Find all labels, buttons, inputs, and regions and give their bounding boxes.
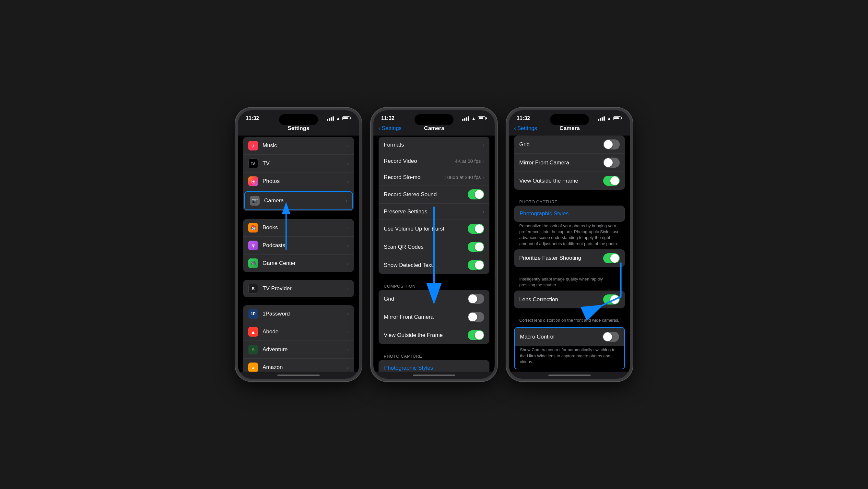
dynamic-island-1 [279,114,318,125]
prioritize-toggle[interactable] [603,253,620,263]
wifi-icon-3: ▲ [607,116,611,121]
photo-styles-label: Photographic Styles [384,365,433,371]
photos-icon: ⊞ [248,176,258,186]
photos-label: Photos [262,178,347,184]
battery-icon-3 [613,116,622,120]
list-item-books[interactable]: 📚 Books › [243,219,354,237]
settings-scroll-2[interactable]: Formats › Record Video 4K at 60 fps › Re… [373,135,495,372]
list-item-show-text[interactable]: Show Detected Text [379,256,489,274]
record-stereo-toggle[interactable] [468,189,484,200]
phones-container: 11:32 ▲ Settings [6,108,862,381]
list-item-music[interactable]: ♪ Music › [243,137,354,155]
tvprovider-label: TV Provider [262,285,347,292]
gamecenter-icon: 🎮 [248,258,258,268]
tv-icon: tv [248,159,258,168]
view-outside-toggle[interactable] [468,330,484,340]
scan-qr-toggle[interactable] [468,242,484,252]
photo-styles-desc-3: Personalize the look of your photos by b… [509,222,630,249]
list-item-camera[interactable]: 📷 Camera › [244,191,353,210]
abode-label: Abode [262,329,347,335]
dynamic-island-2 [414,114,454,125]
list-item-1password[interactable]: 1P 1Password › [243,305,354,323]
chevron-icon: › [347,225,349,230]
amazon-label: Amazon [262,364,347,371]
books-label: Books [262,224,347,231]
back-button-3[interactable]: ‹ Settings [514,125,537,132]
prioritize-group: Prioritize Faster Shooting [514,249,625,267]
list-item-photos[interactable]: ⊞ Photos › [243,173,354,190]
list-item-amazon[interactable]: a Amazon › [243,359,354,372]
scan-qr-label: Scan QR Codes [384,244,468,250]
volume-burst-toggle[interactable] [468,224,484,234]
list-item-record-stereo[interactable]: Record Stereo Sound [379,185,489,204]
record-slomo-value: 1080p at 240 fps [445,175,481,180]
photo-styles-item[interactable]: Photographic Styles [379,360,489,372]
about-link[interactable]: About Camera & Privacy... [509,371,630,372]
list-item-preserve[interactable]: Preserve Settings › [379,204,489,220]
list-item-view-outside[interactable]: View Outside the Frame [379,326,489,344]
signal-icon-1 [327,116,334,121]
list-item-mirror-front-top[interactable]: Mirror Front Camera [514,154,625,172]
photo-styles-label-3: Photographic Styles [520,210,568,217]
view-outside-top-toggle[interactable] [603,176,620,186]
chevron-icon: › [347,143,349,148]
adventure-label: Adventure [262,346,347,353]
record-stereo-label: Record Stereo Sound [384,191,468,198]
list-item-prioritize[interactable]: Prioritize Faster Shooting [514,249,625,267]
view-outside-top-label: View Outside the Frame [519,178,603,184]
list-item-record-slomo[interactable]: Record Slo-mo 1080p at 240 fps › [379,169,489,185]
preserve-label: Preserve Settings [384,209,483,215]
list-item-gamecenter[interactable]: 🎮 Game Center › [243,254,354,272]
status-icons-3: ▲ [598,116,622,121]
home-indicator-3 [549,374,591,376]
grid-toggle[interactable] [468,294,484,304]
list-item-podcasts[interactable]: 🎙 Podcasts › [243,237,354,254]
back-button-2[interactable]: ‹ Settings [379,125,402,132]
macro-control-toggle[interactable] [602,332,619,342]
list-item-macro-control[interactable]: Macro Control [515,328,624,346]
show-text-toggle[interactable] [468,260,484,270]
iphone-2: 11:32 ▲ ‹ Settings Camera [371,108,497,381]
chevron-icon: › [483,159,484,164]
list-item-lens-correction[interactable]: Lens Correction [514,291,625,308]
nav-bar-2: ‹ Settings Camera [373,124,495,135]
mirror-front-toggle[interactable] [468,312,484,322]
iphone-1: 11:32 ▲ Settings [235,108,362,381]
show-text-label: Show Detected Text [384,262,468,269]
list-item-scan-qr[interactable]: Scan QR Codes [379,238,489,256]
settings-scroll-1[interactable]: ♪ Music › tv TV › ⊞ Photos › [238,135,359,372]
camera-label: Camera [264,197,345,204]
lens-group: Lens Correction [514,291,625,308]
list-item-volume-burst[interactable]: Use Volume Up for Burst [379,220,489,238]
list-item-grid[interactable]: Grid [379,290,489,308]
list-group-2: 📚 Books › 🎙 Podcasts › 🎮 Game Center › [243,219,354,272]
podcasts-icon: 🎙 [248,241,258,250]
list-item-record-video[interactable]: Record Video 4K at 60 fps › [379,153,489,169]
list-item-mirror-front[interactable]: Mirror Front Camera [379,308,489,326]
chevron-icon: › [483,142,484,148]
home-indicator-2 [413,374,455,376]
1password-label: 1Password [262,311,347,317]
list-item-grid-top[interactable]: Grid [514,135,625,154]
list-item-adventure[interactable]: A Adventure › [243,341,354,359]
list-item-tvprovider[interactable]: S TV Provider › [243,280,354,297]
lens-correction-label: Lens Correction [519,296,603,303]
grid-top-toggle[interactable] [603,140,620,150]
wifi-icon-2: ▲ [471,116,476,121]
list-item-tv[interactable]: tv TV › [243,155,354,173]
phone2-wrapper: 11:32 ▲ ‹ Settings Camera [371,108,497,381]
list-item-abode[interactable]: ▲ Abode › [243,323,354,341]
photo-styles-item-3[interactable]: Photographic Styles [514,206,625,222]
back-label-2: Settings [382,125,402,132]
composition-header: COMPOSITION [373,282,495,290]
settings-scroll-3[interactable]: Grid Mirror Front Camera View Outside th… [509,135,630,372]
list-item-view-outside-top[interactable]: View Outside the Frame [514,172,625,190]
lens-correction-toggle[interactable] [603,295,620,305]
list-item-formats[interactable]: Formats › [379,137,489,153]
list-group-4: 1P 1Password › ▲ Abode › A Adventure › [243,305,354,372]
mirror-front-top-toggle[interactable] [603,158,620,167]
chevron-icon: › [347,286,349,291]
nav-bar-3: ‹ Settings Camera [509,124,630,135]
status-icons-2: ▲ [462,116,487,121]
macro-control-label: Macro Control [520,334,602,340]
